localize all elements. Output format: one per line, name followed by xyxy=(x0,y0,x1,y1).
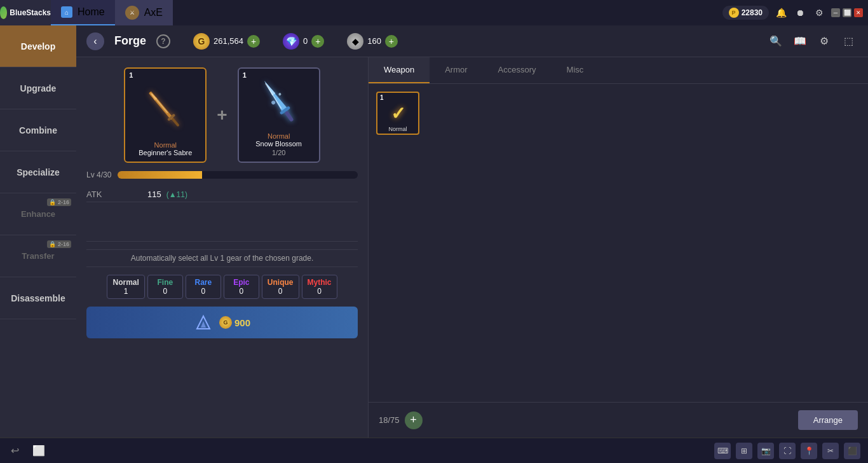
grade-unique-button[interactable]: Unique 0 xyxy=(262,275,299,299)
grade-fine-button[interactable]: Fine 0 xyxy=(147,275,183,299)
combine-button[interactable]: G 900 xyxy=(86,307,358,338)
grade-unique-label: Unique xyxy=(268,278,294,287)
taskbar-scissors-icon[interactable]: ✂ xyxy=(822,443,839,459)
taskbar-layout-icon[interactable]: ⊞ xyxy=(736,443,752,459)
cost-icon: G xyxy=(219,316,232,329)
grid-item-0[interactable]: 1 ✓ Normal xyxy=(376,92,419,135)
settings-icon[interactable]: ⚙ xyxy=(812,6,826,20)
grade-epic-label: Epic xyxy=(233,278,249,287)
record-icon[interactable]: ⏺ xyxy=(793,6,807,20)
grade-rare-count: 0 xyxy=(201,287,205,296)
crystal-icon: 💎 xyxy=(283,33,299,50)
taskbar-more-icon[interactable]: ⬛ xyxy=(844,443,860,459)
taskbar-back-icon[interactable]: ↩ xyxy=(8,444,22,458)
enhance-lock: 🔒 2-16 xyxy=(47,198,71,206)
item2-name: Snow Blossom xyxy=(255,140,302,148)
transfer-lock: 🔒 2-16 xyxy=(47,240,71,248)
shard-icon: ◆ xyxy=(347,33,363,50)
crystal-add-button[interactable]: + xyxy=(311,35,324,48)
svg-rect-3 xyxy=(172,117,180,127)
item1-image xyxy=(137,81,194,139)
sidebar-item-specialize[interactable]: Specialize xyxy=(0,151,76,193)
game-avatar: ⚔ xyxy=(125,6,139,20)
book-button[interactable]: 📖 xyxy=(790,32,810,51)
sidebar-item-disassemble[interactable]: Disassemble xyxy=(0,277,76,319)
grade-epic-button[interactable]: Epic 0 xyxy=(224,275,259,299)
tab-home[interactable]: ⌂ Home xyxy=(51,0,115,25)
slot-add-button[interactable]: + xyxy=(405,411,423,429)
sidebar-item-upgrade[interactable]: Upgrade xyxy=(0,67,76,109)
close-button[interactable]: ✕ xyxy=(854,8,863,17)
back-button[interactable]: ‹ xyxy=(86,32,104,50)
restore-button[interactable]: ⬜ xyxy=(843,8,851,17)
taskbar-location-icon[interactable]: 📍 xyxy=(801,443,817,459)
svg-point-11 xyxy=(278,92,281,96)
coin-amount: 22830 xyxy=(742,8,763,17)
svg-rect-4 xyxy=(151,93,168,113)
stat-value-atk: 115 xyxy=(147,190,161,199)
item-card-2[interactable]: 1 xyxy=(238,67,320,163)
grid-item-name-0: Normal xyxy=(377,126,418,132)
notification-icon[interactable]: 🔔 xyxy=(774,6,788,20)
item1-grade: Normal xyxy=(154,141,177,149)
cost-amount: 900 xyxy=(234,317,250,328)
tab-weapon[interactable]: Weapon xyxy=(369,57,430,83)
svg-marker-13 xyxy=(201,321,206,328)
stat-label-atk: ATK xyxy=(86,190,137,199)
right-bottom: 18/75 + Arrange xyxy=(369,402,868,438)
items-grid: 1 ✓ Normal xyxy=(369,84,868,402)
exit-button[interactable]: ⬚ xyxy=(839,32,858,51)
search-button[interactable]: 🔍 xyxy=(766,32,785,51)
coin-icon: P xyxy=(729,8,739,18)
grade-normal-button[interactable]: Normal 1 xyxy=(107,275,144,299)
item2-count: 1 xyxy=(243,71,247,79)
auto-select-text: Automatically select all Lv 1 gear of th… xyxy=(86,249,358,267)
grade-mythic-count: 0 xyxy=(317,287,322,296)
combine-btn-icon xyxy=(194,313,213,332)
coin-display: P 22830 xyxy=(722,6,769,20)
svg-marker-6 xyxy=(262,80,275,96)
grade-rare-button[interactable]: Rare 0 xyxy=(186,275,221,299)
item-card-1[interactable]: 1 xyxy=(124,67,207,163)
sidebar-item-enhance[interactable]: Enhance 🔒 2-16 xyxy=(0,193,76,235)
minimize-button[interactable]: ─ xyxy=(831,8,840,17)
svg-rect-8 xyxy=(284,111,294,122)
tab-game[interactable]: ⚔ AxE xyxy=(115,0,173,25)
top-right-bar: P 22830 🔔 ⏺ ⚙ ─ ⬜ ✕ xyxy=(722,6,868,20)
window-controls: ─ ⬜ ✕ xyxy=(831,8,863,17)
combine-plus: + xyxy=(217,105,227,125)
item1-count: 1 xyxy=(129,71,133,79)
grid-item-count-0: 1 xyxy=(380,94,384,101)
combine-row: 1 xyxy=(86,67,358,163)
item2-image xyxy=(250,74,308,130)
bluestacks-logo: BlueStacks xyxy=(0,0,51,25)
taskbar-left: ↩ ⬜ xyxy=(8,444,46,458)
tab-home-label: Home xyxy=(78,6,105,18)
tab-misc[interactable]: Misc xyxy=(552,57,599,83)
sidebar-item-develop[interactable]: Develop xyxy=(0,25,76,67)
taskbar-camera-icon[interactable]: 📷 xyxy=(757,443,774,459)
taskbar-keyboard-icon[interactable]: ⌨ xyxy=(714,443,731,459)
config-button[interactable]: ⚙ xyxy=(815,32,834,51)
grade-mythic-button[interactable]: Mythic 0 xyxy=(302,275,337,299)
tab-armor[interactable]: Armor xyxy=(430,57,482,83)
taskbar-home-icon[interactable]: ⬜ xyxy=(32,444,46,458)
combine-btn-cost: G 900 xyxy=(219,316,250,329)
gold-amount: 261,564 xyxy=(214,36,243,46)
gold-icon: G xyxy=(193,33,210,50)
grade-fine-count: 0 xyxy=(163,287,167,296)
taskbar-fullscreen-icon[interactable]: ⛶ xyxy=(779,443,796,459)
grade-normal-count: 1 xyxy=(124,287,128,296)
sidebar-item-combine[interactable]: Combine xyxy=(0,109,76,151)
tab-accessory[interactable]: Accessory xyxy=(483,57,552,83)
arrange-button[interactable]: Arrange xyxy=(798,410,858,430)
grade-mythic-label: Mythic xyxy=(308,278,332,287)
shard-add-button[interactable]: + xyxy=(385,35,398,48)
checkmark-icon: ✓ xyxy=(391,103,405,124)
item1-name: Beginner's Sabre xyxy=(139,149,192,156)
gold-add-button[interactable]: + xyxy=(247,35,260,48)
help-button[interactable]: ? xyxy=(156,34,170,48)
sidebar-item-transfer[interactable]: Transfer 🔒 2-16 xyxy=(0,235,76,277)
level-fill xyxy=(118,171,201,179)
game-area: Develop Upgrade Combine Specialize Enhan… xyxy=(0,25,868,438)
